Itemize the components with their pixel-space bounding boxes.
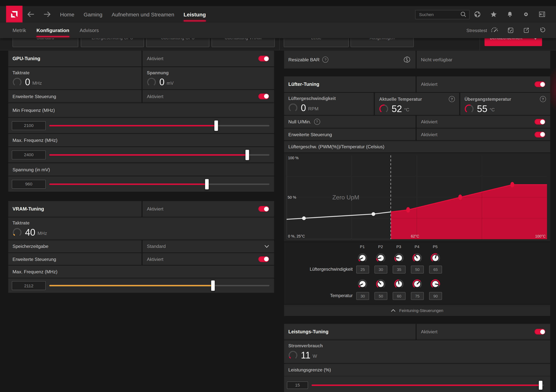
fan-speed-value-p4[interactable]: 50 bbox=[411, 266, 424, 273]
preset-divider bbox=[279, 38, 280, 50]
back-arrow-icon[interactable] bbox=[26, 11, 35, 18]
collapse-panel-icon[interactable] bbox=[538, 11, 546, 18]
reset-icon[interactable] bbox=[538, 27, 546, 34]
vram-max-freq-slider-row: 2112 bbox=[8, 279, 274, 293]
main-nav-items: HomeGamingAufnehmen und StreamenLeistung bbox=[60, 6, 206, 23]
fan-point-column-label: P1 bbox=[355, 244, 370, 249]
fan-speed-knob-p5[interactable] bbox=[431, 253, 440, 263]
vram-max-freq-value[interactable]: 2112 bbox=[12, 281, 46, 290]
preset-ausgewogen-button[interactable]: Ausgewogen bbox=[351, 38, 414, 47]
gpu-advanced-label: Erweiterte Steuerung bbox=[12, 94, 56, 99]
gear-icon[interactable] bbox=[522, 11, 530, 18]
preset-benutzerdefiniert-button[interactable]: Benutzerdefiniert bbox=[485, 38, 542, 46]
gpu-voltage-slider-label: Spannung (in mV) bbox=[12, 167, 50, 172]
fan-speed-value-p5[interactable]: 65 bbox=[429, 266, 442, 273]
performance-toolbar: Metrik Konfiguration Advisors Stresstest bbox=[0, 23, 556, 38]
power-limit-value[interactable]: 15 bbox=[287, 381, 308, 389]
fan-temp-knob-p3[interactable] bbox=[394, 279, 404, 289]
search-icon[interactable] bbox=[460, 11, 467, 19]
gpu-voltage-label: Spannung bbox=[147, 70, 270, 75]
fan-curve-chart[interactable]: 100 %50 %0 %, 25°C62°C100°CZero UpM bbox=[286, 155, 547, 239]
preset--bertaktung-vram-button[interactable]: Übertaktung VRAM bbox=[211, 38, 275, 47]
preset--bertaktung-gpu-button[interactable]: Übertaktung GPU bbox=[146, 38, 209, 47]
fan-speed-knob-p3[interactable] bbox=[394, 253, 404, 263]
vram-tuning-toggle[interactable] bbox=[258, 206, 269, 212]
forward-arrow-icon[interactable] bbox=[43, 11, 51, 18]
fan-zero-rpm-toggle[interactable] bbox=[534, 119, 545, 125]
preset-standard-button[interactable]: Standard bbox=[12, 38, 78, 47]
resizable-bar-label-wrap: Resizable BAR ? bbox=[288, 57, 329, 63]
gpu-voltage-slider-value[interactable]: 960 bbox=[12, 180, 46, 188]
fan-tuning-title: Lüfter-Tuning bbox=[288, 82, 319, 87]
stresstest-button[interactable]: Stresstest bbox=[466, 27, 498, 34]
vram-clock-value: 40 bbox=[25, 227, 35, 238]
brain-icon bbox=[403, 55, 411, 64]
fan-advanced-toggle[interactable] bbox=[534, 131, 545, 137]
power-limit-slider[interactable] bbox=[311, 384, 544, 386]
gpu-min-freq-slider-thumb[interactable] bbox=[214, 120, 218, 131]
tab-metrik[interactable]: Metrik bbox=[12, 23, 26, 38]
gpu-tuning-header-row: GPU-Tuning Aktiviert bbox=[8, 51, 274, 66]
power-consumption-value: 11 bbox=[301, 350, 310, 360]
share-icon[interactable] bbox=[523, 27, 530, 34]
gpu-advanced-toggle[interactable] bbox=[258, 93, 269, 99]
fine-tuning-controls-button[interactable]: Feintuning-Steuerungen bbox=[284, 305, 550, 316]
svg-text:50 %: 50 % bbox=[288, 195, 296, 199]
nav-item-home[interactable]: Home bbox=[60, 6, 74, 23]
help-icon[interactable]: ? bbox=[323, 57, 329, 63]
gpu-max-freq-slider-thumb[interactable] bbox=[246, 150, 249, 160]
fan-temp-row-label: Temperatur bbox=[285, 293, 353, 298]
preset-leise-button[interactable]: Leise bbox=[284, 38, 349, 47]
vram-max-freq-slider[interactable] bbox=[49, 285, 270, 286]
star-icon[interactable] bbox=[490, 11, 497, 18]
fan-speed-knob-p1[interactable] bbox=[358, 253, 367, 263]
fan-temp-knob-p1[interactable] bbox=[358, 279, 367, 289]
resizable-bar-status: Nicht verfügbar bbox=[421, 57, 452, 62]
fan-junction-temp-value: 55 bbox=[477, 104, 487, 114]
fan-speed-knob-p4[interactable] bbox=[412, 253, 422, 263]
globe-icon[interactable] bbox=[474, 11, 481, 18]
fan-temp-value-p5[interactable]: 90 bbox=[429, 292, 442, 300]
help-icon[interactable]: ? bbox=[449, 96, 455, 102]
fan-temp-knob-p5[interactable] bbox=[431, 279, 440, 289]
nav-item-aufnehmen-und-streamen[interactable]: Aufnehmen und Streamen bbox=[112, 6, 174, 23]
preset-energiesenkung-gpu-button[interactable]: Energiesenkung GPU bbox=[81, 38, 144, 47]
fan-temp-value-p4[interactable]: 75 bbox=[411, 292, 424, 300]
vram-timing-dropdown[interactable]: Standard bbox=[143, 240, 274, 252]
search-input[interactable]: Suchen bbox=[415, 10, 470, 19]
fan-speed-value-p3[interactable]: 35 bbox=[393, 266, 406, 273]
tab-konfiguration[interactable]: Konfiguration bbox=[36, 23, 69, 38]
gpu-min-freq-slider[interactable] bbox=[49, 125, 270, 126]
power-limit-slider-thumb[interactable] bbox=[539, 381, 542, 390]
bell-icon[interactable] bbox=[506, 11, 514, 18]
fan-temp-value-p2[interactable]: 50 bbox=[374, 292, 387, 300]
help-icon[interactable]: ? bbox=[540, 96, 546, 102]
gpu-min-freq-value[interactable]: 2100 bbox=[12, 121, 46, 130]
gpu-max-freq-value[interactable]: 2400 bbox=[12, 150, 46, 159]
vram-max-freq-slider-thumb[interactable] bbox=[211, 280, 215, 291]
chevron-down-icon[interactable] bbox=[264, 245, 269, 248]
gpu-voltage-slider-thumb[interactable] bbox=[205, 179, 208, 189]
gpu-tuning-toggle[interactable] bbox=[258, 56, 269, 61]
fan-temp-value-p1[interactable]: 30 bbox=[356, 292, 369, 300]
gpu-tuning-title: GPU-Tuning bbox=[12, 56, 40, 61]
search-placeholder: Suchen bbox=[416, 12, 460, 17]
fan-tuning-toggle[interactable] bbox=[534, 82, 545, 87]
fan-speed-value-p1[interactable]: 25 bbox=[356, 266, 369, 273]
power-tuning-toggle[interactable] bbox=[534, 329, 545, 334]
fan-temp-knob-p4[interactable] bbox=[412, 279, 422, 289]
nav-item-gaming[interactable]: Gaming bbox=[84, 6, 102, 23]
tab-advisors[interactable]: Advisors bbox=[80, 23, 99, 38]
main-navbar: HomeGamingAufnehmen und StreamenLeistung… bbox=[0, 6, 556, 23]
gpu-voltage-slider[interactable] bbox=[49, 183, 270, 185]
fan-temp-value-p3[interactable]: 60 bbox=[393, 292, 406, 300]
fan-temp-knob-p2[interactable] bbox=[376, 279, 385, 289]
vram-advanced-toggle[interactable] bbox=[258, 256, 269, 262]
apply-profile-icon[interactable] bbox=[507, 27, 514, 34]
fan-speed-value-p2[interactable]: 30 bbox=[374, 266, 387, 273]
gpu-max-freq-slider[interactable] bbox=[49, 154, 270, 156]
fan-speed-knob-p2[interactable] bbox=[376, 253, 385, 263]
help-icon[interactable]: ? bbox=[314, 119, 320, 125]
amd-logo[interactable] bbox=[6, 6, 23, 23]
nav-item-leistung[interactable]: Leistung bbox=[184, 6, 206, 23]
